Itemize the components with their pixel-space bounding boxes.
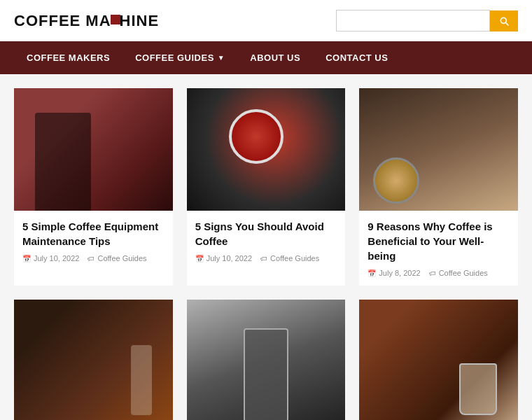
card-5[interactable]: What Is the Significance of the 📅 July 4… (359, 300, 518, 420)
card-date-0: 📅 July 10, 2022 (22, 254, 79, 262)
card-image-0 (14, 88, 173, 211)
card-date-1: 📅 July 10, 2022 (195, 254, 252, 262)
site-logo[interactable]: COFFEE MAHINE (14, 12, 159, 30)
card-image-4 (187, 300, 346, 420)
logo-icon (111, 15, 120, 24)
card-body-2: 9 Reasons Why Coffee is Beneficial to Yo… (359, 211, 518, 286)
header: COFFEE MAHINE (0, 0, 532, 41)
card-title-2: 9 Reasons Why Coffee is Beneficial to Yo… (368, 219, 510, 263)
tag-icon: 🏷 (429, 270, 436, 277)
search-wrap (336, 10, 518, 31)
card-meta-0: 📅 July 10, 2022 🏷 Coffee Guides (22, 254, 164, 262)
card-meta-1: 📅 July 10, 2022 🏷 Coffee Guides (195, 254, 337, 262)
card-image-3 (14, 300, 173, 420)
navbar: COFFEE MAKERS COFFEE GUIDES ▼ ABOUT US C… (0, 41, 532, 74)
card-date-2: 📅 July 8, 2022 (368, 269, 420, 277)
card-4[interactable]: Top 10 Tips for Making Better 📅 July 5, … (187, 300, 346, 420)
search-input[interactable] (336, 10, 490, 31)
search-button[interactable] (490, 10, 518, 31)
card-image-1 (187, 88, 346, 211)
tag-icon: 🏷 (260, 255, 267, 262)
card-category-2: 🏷 Coffee Guides (429, 269, 488, 277)
calendar-icon: 📅 (368, 270, 376, 277)
nav-contact-us[interactable]: CONTACT US (313, 41, 400, 74)
article-grid: 5 Simple Coffee Equipment Maintenance Ti… (0, 74, 532, 420)
card-category-0: 🏷 Coffee Guides (88, 254, 146, 262)
card-meta-2: 📅 July 8, 2022 🏷 Coffee Guides (368, 269, 510, 277)
card-2[interactable]: 9 Reasons Why Coffee is Beneficial to Yo… (359, 88, 518, 286)
card-image-5 (359, 300, 518, 420)
nav-coffee-makers[interactable]: COFFEE MAKERS (14, 41, 122, 74)
card-3[interactable]: How To Tamp Coffee In The 📅 July 6, 2022… (14, 300, 173, 420)
nav-about-us[interactable]: ABOUT US (237, 41, 313, 74)
card-body-0: 5 Simple Coffee Equipment Maintenance Ti… (14, 211, 173, 271)
card-image-2 (359, 88, 518, 211)
card-1[interactable]: 5 Signs You Should Avoid Coffee 📅 July 1… (187, 88, 346, 286)
card-title-0: 5 Simple Coffee Equipment Maintenance Ti… (22, 219, 164, 248)
calendar-icon: 📅 (22, 255, 31, 262)
tag-icon: 🏷 (88, 255, 94, 262)
card-body-1: 5 Signs You Should Avoid Coffee 📅 July 1… (187, 211, 346, 271)
card-0[interactable]: 5 Simple Coffee Equipment Maintenance Ti… (14, 88, 173, 286)
calendar-icon: 📅 (195, 255, 204, 262)
search-icon (498, 15, 510, 27)
nav-coffee-guides[interactable]: COFFEE GUIDES ▼ (122, 41, 237, 74)
dropdown-arrow-icon: ▼ (218, 54, 225, 62)
card-title-1: 5 Signs You Should Avoid Coffee (195, 219, 337, 248)
card-category-1: 🏷 Coffee Guides (260, 254, 319, 262)
